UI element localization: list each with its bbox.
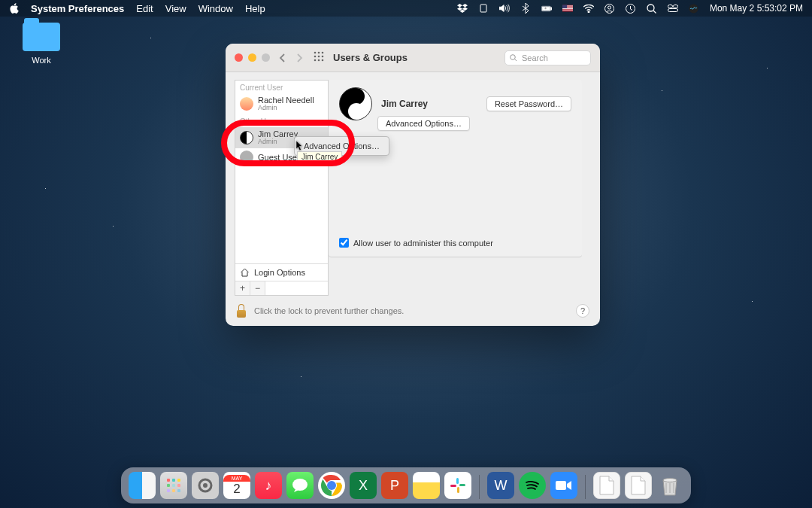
minimize-button[interactable]	[248, 53, 256, 62]
dock-messages[interactable]	[286, 472, 314, 499]
lock-button[interactable]	[236, 304, 247, 318]
spotlight-icon[interactable]	[647, 3, 657, 14]
calendar-day-label: 2	[233, 482, 240, 497]
dock-system-preferences[interactable]	[192, 472, 219, 499]
window-title: Users & Groups	[333, 52, 408, 63]
current-user-header: Current User	[235, 81, 328, 93]
titlebar: Users & Groups Search	[226, 44, 600, 72]
advanced-options-button[interactable]: Advanced Options…	[377, 116, 470, 131]
svg-rect-44	[456, 478, 459, 484]
dock-slack[interactable]	[444, 472, 471, 499]
dock-document-2[interactable]	[625, 472, 652, 499]
reset-password-button[interactable]: Reset Password…	[486, 96, 571, 111]
allow-admin-checkbox[interactable]	[339, 238, 349, 248]
dock-powerpoint[interactable]: P	[381, 472, 408, 499]
svg-point-22	[314, 55, 317, 57]
svg-rect-31	[177, 479, 180, 482]
lock-text-label: Click the lock to prevent further change…	[254, 306, 404, 315]
dock-trash[interactable]	[656, 472, 683, 499]
dock-notes[interactable]	[413, 472, 440, 499]
login-options[interactable]: Login Options	[235, 263, 328, 281]
dock-separator	[585, 475, 586, 499]
svg-rect-16	[673, 5, 677, 8]
bluetooth-icon[interactable]	[520, 3, 531, 14]
user-icon[interactable]	[604, 3, 615, 14]
dock-launchpad[interactable]	[160, 472, 187, 499]
user-avatar-large[interactable]	[339, 87, 372, 120]
svg-rect-49	[556, 481, 566, 490]
context-menu-advanced-options[interactable]: Advanced Options…	[295, 140, 389, 152]
user-row-rachel[interactable]: Rachel Needell Admin	[235, 93, 328, 114]
selected-user-name: Jim Carrey	[381, 99, 428, 109]
user-role-label: Admin	[258, 105, 314, 112]
menubar-app[interactable]: System Preferences	[31, 3, 124, 14]
dock: MAY2 ♪ X P W	[121, 467, 691, 503]
flag-icon[interactable]	[562, 3, 573, 14]
svg-point-27	[322, 59, 324, 61]
battery-icon[interactable]	[541, 3, 552, 14]
home-icon	[240, 268, 250, 277]
forward-button[interactable]	[292, 51, 306, 65]
svg-rect-32	[167, 484, 170, 487]
wifi-icon[interactable]	[583, 3, 594, 14]
svg-rect-7	[562, 8, 573, 9]
tooltip: Jim Carrey	[297, 151, 342, 163]
svg-point-26	[318, 59, 320, 61]
dropbox-icon[interactable]	[457, 3, 468, 14]
desktop-folder-label: Work	[15, 56, 68, 65]
help-button[interactable]: ?	[576, 304, 589, 318]
close-button[interactable]	[235, 53, 243, 62]
user-detail-panel: Jim Carrey Reset Password… Advanced Opti…	[329, 80, 582, 257]
remove-user-button[interactable]: −	[250, 281, 265, 295]
dock-chrome[interactable]	[318, 472, 345, 499]
siri-icon[interactable]	[689, 3, 699, 14]
avatar-icon	[240, 151, 253, 164]
menu-help[interactable]: Help	[245, 3, 265, 14]
avatar-icon	[240, 97, 253, 111]
desktop-folder-work[interactable]: Work	[15, 23, 68, 65]
svg-point-10	[588, 11, 589, 12]
svg-point-24	[322, 55, 324, 57]
dock-calendar[interactable]: MAY2	[223, 472, 250, 499]
show-all-button[interactable]	[314, 51, 324, 65]
other-users-header: Other Users	[235, 114, 328, 127]
cursor-icon	[296, 141, 304, 154]
allow-admin-label: Allow user to administer this computer	[353, 239, 493, 248]
menu-window[interactable]: Window	[198, 3, 233, 14]
control-center-icon[interactable]	[668, 3, 678, 14]
svg-point-12	[608, 6, 611, 9]
svg-point-50	[663, 479, 677, 482]
dock-excel[interactable]: X	[350, 472, 377, 499]
window-footer: Click the lock to prevent further change…	[226, 296, 600, 326]
add-user-button[interactable]: +	[235, 281, 250, 295]
volume-icon[interactable]	[499, 3, 510, 14]
dock-finder[interactable]	[129, 472, 156, 499]
svg-rect-17	[668, 9, 677, 12]
apple-logo-icon[interactable]	[9, 3, 19, 14]
svg-rect-47	[450, 485, 456, 487]
svg-rect-34	[177, 484, 180, 487]
dock-document-1[interactable]	[593, 472, 620, 499]
dock-spotify[interactable]	[519, 472, 546, 499]
svg-point-14	[647, 5, 654, 11]
box-icon[interactable]	[478, 3, 489, 14]
menubar-datetime[interactable]: Mon May 2 5:53:02 PM	[710, 3, 803, 14]
desktop: System Preferences Edit View Window Help…	[0, 0, 812, 508]
svg-point-43	[328, 482, 335, 489]
dock-zoom[interactable]	[550, 472, 577, 499]
svg-point-25	[314, 59, 317, 61]
svg-point-39	[203, 483, 208, 488]
dock-music[interactable]: ♪	[255, 472, 282, 499]
menu-view[interactable]: View	[165, 3, 186, 14]
dock-word[interactable]: W	[487, 472, 514, 499]
back-button[interactable]	[276, 51, 289, 65]
svg-point-21	[322, 51, 324, 53]
clock-icon[interactable]	[626, 3, 636, 14]
svg-rect-45	[459, 484, 465, 486]
svg-rect-2	[551, 7, 552, 9]
avatar-icon	[240, 131, 253, 144]
calendar-month-label: MAY	[223, 475, 250, 482]
svg-rect-35	[167, 489, 170, 492]
menu-edit[interactable]: Edit	[136, 3, 153, 14]
search-field[interactable]: Search	[504, 50, 591, 65]
